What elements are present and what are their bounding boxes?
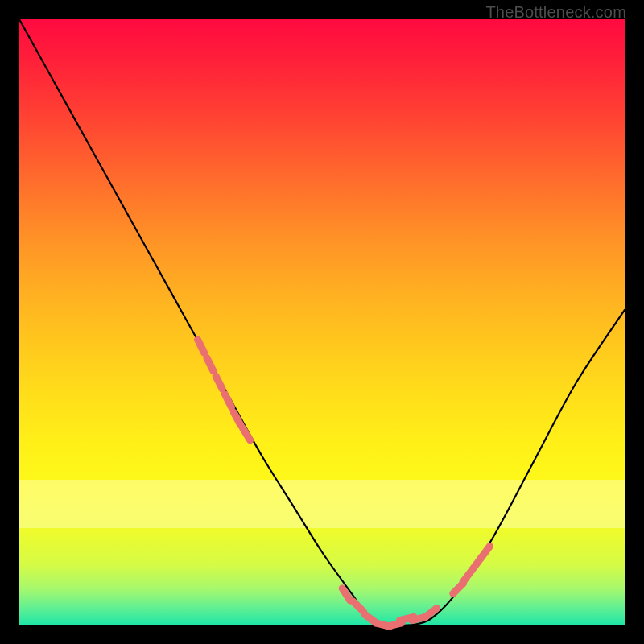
highlight-dot xyxy=(216,376,222,389)
highlight-dot xyxy=(225,394,231,407)
attribution-text: TheBottleneck.com xyxy=(485,3,626,22)
bottleneck-curve xyxy=(19,19,625,625)
highlight-dot xyxy=(353,601,364,612)
plot-area xyxy=(19,19,625,625)
highlight-dot xyxy=(198,340,204,353)
chart-svg xyxy=(19,19,625,625)
highlight-dot xyxy=(207,358,213,371)
highlight-dot xyxy=(242,427,250,440)
chart-frame: TheBottleneck.com xyxy=(0,0,644,644)
highlight-dot xyxy=(481,547,490,558)
